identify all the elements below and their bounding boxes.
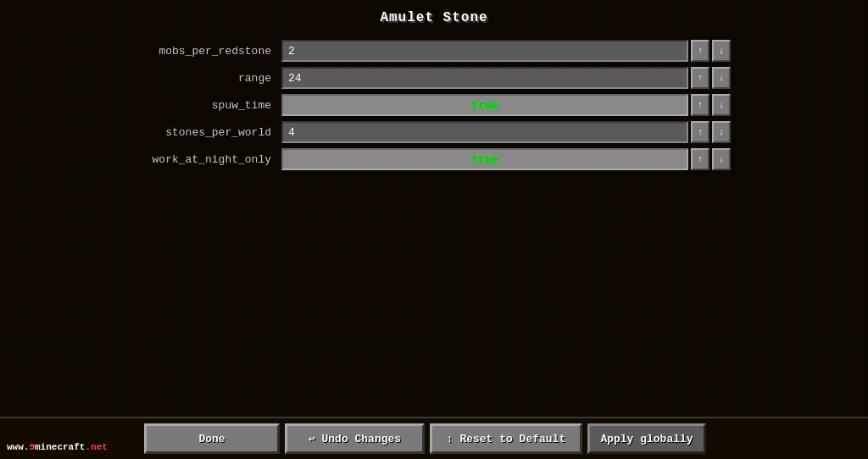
setting-input-range[interactable] — [281, 67, 688, 89]
watermark: www.9minecraft.net — [7, 442, 108, 452]
watermark-www: www. — [7, 442, 29, 452]
increment-button-range[interactable]: ↑ — [691, 67, 709, 89]
setting-label-work_at_night_only: work_at_night_only — [137, 153, 281, 166]
done-button[interactable]: Done — [144, 423, 280, 454]
increment-button-spuw_time[interactable]: ↑ — [691, 94, 709, 116]
decrement-button-range[interactable]: ↓ — [712, 67, 731, 89]
main-container: Amulet Stone mobs_per_redstone↑↓range↑↓s… — [0, 0, 868, 459]
setting-label-range: range — [137, 72, 281, 85]
setting-row-stones_per_world: stones_per_world↑↓ — [137, 120, 731, 144]
setting-row-work_at_night_only: work_at_night_onlytrue↑↓ — [137, 147, 731, 171]
setting-row-mobs_per_redstone: mobs_per_redstone↑↓ — [137, 39, 731, 63]
setting-toggle-work_at_night_only[interactable]: true — [281, 148, 688, 170]
settings-panel: mobs_per_redstone↑↓range↑↓spuw_timetrue↑… — [137, 39, 731, 174]
decrement-button-spuw_time[interactable]: ↓ — [712, 94, 731, 116]
setting-row-spuw_time: spuw_timetrue↑↓ — [137, 93, 731, 117]
increment-button-work_at_night_only[interactable]: ↑ — [691, 148, 709, 170]
decrement-button-stones_per_world[interactable]: ↓ — [712, 121, 731, 143]
watermark-net: .net — [85, 442, 107, 452]
apply-globally-button[interactable]: Apply globally — [587, 423, 706, 454]
page-title: Amulet Stone — [380, 10, 487, 25]
increment-button-mobs_per_redstone[interactable]: ↑ — [691, 40, 709, 62]
undo-button[interactable]: ↩ Undo Changes — [285, 423, 425, 454]
decrement-button-mobs_per_redstone[interactable]: ↓ — [712, 40, 731, 62]
setting-input-mobs_per_redstone[interactable] — [281, 40, 688, 62]
increment-button-stones_per_world[interactable]: ↑ — [691, 121, 709, 143]
decrement-button-work_at_night_only[interactable]: ↓ — [712, 148, 731, 170]
watermark-minecraft: minecraft — [35, 442, 85, 452]
bottom-bar: www.9minecraft.net Done ↩ Undo Changes ↕… — [0, 417, 868, 459]
setting-label-spuw_time: spuw_time — [137, 99, 281, 112]
setting-row-range: range↑↓ — [137, 66, 731, 90]
setting-label-stones_per_world: stones_per_world — [137, 126, 281, 139]
reset-button[interactable]: ↕ Reset to Default — [430, 423, 582, 454]
setting-label-mobs_per_redstone: mobs_per_redstone — [137, 45, 281, 58]
setting-input-stones_per_world[interactable] — [281, 121, 688, 143]
setting-toggle-spuw_time[interactable]: true — [281, 94, 688, 116]
